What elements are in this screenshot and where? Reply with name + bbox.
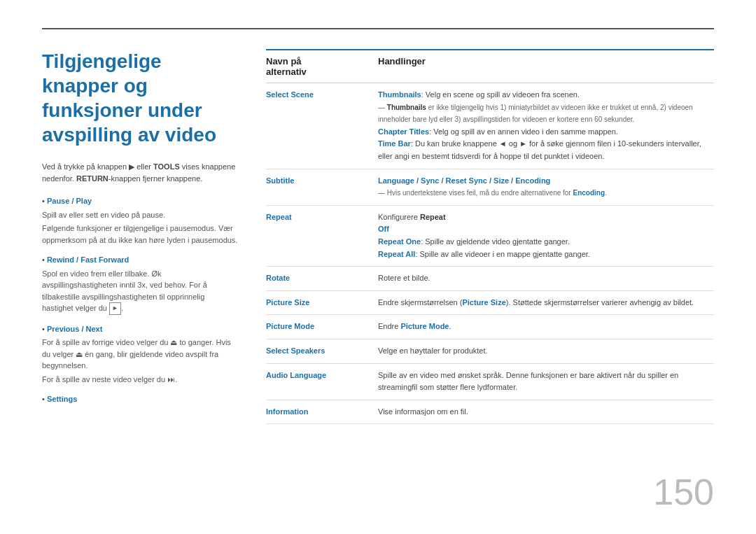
row-note: Hvis undertekstene vises feil, må du end… [378,189,607,197]
row-name-select-speakers: Select Speakers [266,345,378,358]
col-header-action: Handlinger [378,56,714,77]
row-name-repeat: Repeat [266,211,378,260]
page-number: 150 [653,471,714,513]
row-text: Velge en høyttaler for produktet. [378,346,488,355]
list-item: Settings [42,393,238,405]
row-name-rotate: Rotate [266,272,378,285]
row-content-select-scene: Thumbnails: Velg en scene og spill av vi… [378,89,714,163]
bullet-label-rewind: Rewind / Fast Forward [47,255,129,264]
bullet-label-settings: Settings [47,395,77,403]
intro-text: Ved å trykke på knappen ▶ eller TOOLS vi… [42,161,238,184]
row-text: Endre Picture Mode. [378,322,451,330]
bullet-desc-prev-next: For å spille av forrige video velger du … [42,337,238,372]
right-column: Navn påalternativ Handlinger Select Scen… [266,49,714,506]
bullet-desc-prev-next-2: For å spille av neste video velger du ⏭. [42,374,238,386]
page-container: Tilgjengelige knapper og funksjoner unde… [0,0,756,534]
table-row: Select Speakers Velge en høyttaler for p… [266,339,714,364]
row-name-subtitle: Subtitle [266,175,378,199]
table-row: Select Scene Thumbnails: Velg en scene o… [266,83,714,169]
table-row: Picture Size Endre skjermstørrelsen (Pic… [266,291,714,316]
table-row: Audio Language Spille av en video med øn… [266,364,714,400]
row-text: Endre skjermstørrelsen (Picture Size). S… [378,298,694,307]
bullet-list: Pause / Play Spill av eller sett en vide… [42,195,238,405]
bullet-desc-rewind: Spol en video frem eller tilbake. Øk avs… [42,268,238,315]
top-rule [42,28,714,29]
table-header: Navn påalternativ Handlinger [266,49,714,83]
row-text: Language / Sync / Reset Sync / Size / En… [378,176,550,185]
row-content-subtitle: Language / Sync / Reset Sync / Size / En… [378,175,714,199]
row-content-rotate: Rotere et bilde. [378,272,714,285]
bullet-label-prev-next: Previous / Next [47,325,102,333]
row-note: Thumbnails er ikke tilgjengelig hvis 1) … [378,104,693,124]
col-header-name: Navn påalternativ [266,56,378,77]
table-row: Repeat Konfigurere Repeat Off Repeat One… [266,206,714,267]
table-row: Picture Mode Endre Picture Mode. [266,315,714,339]
row-text: Rotere et bilde. [378,274,430,282]
table-row: Rotate Rotere et bilde. [266,267,714,291]
row-name-audio-language: Audio Language [266,370,378,394]
bullet-label-pause-play: Pause / Play [47,197,92,205]
row-text: Chapter Titles: Velg og spill av en anne… [378,127,618,136]
row-content-picture-mode: Endre Picture Mode. [378,321,714,333]
row-content-repeat: Konfigurere Repeat Off Repeat One: Spill… [378,211,714,260]
row-text: Repeat One: Spille av gjeldende video gj… [378,237,570,246]
content-area: Tilgjengelige knapper og funksjoner unde… [42,49,714,506]
page-title: Tilgjengelige knapper og funksjoner unde… [42,49,238,147]
row-content-select-speakers: Velge en høyttaler for produktet. [378,345,714,358]
row-content-audio-language: Spille av en video med ønsket språk. Den… [378,370,714,394]
play-icon: ► [109,302,121,315]
row-name-picture-mode: Picture Mode [266,321,378,333]
row-text: Off [378,225,389,233]
row-text: Spille av en video med ønsket språk. Den… [378,371,678,392]
row-text: Repeat All: Spille av alle videoer i en … [378,250,590,258]
bullet-desc-pause-play-2: Følgende funksjoner er tilgjengelige i p… [42,223,238,246]
row-content-picture-size: Endre skjermstørrelsen (Picture Size). S… [378,297,714,309]
row-name-select-scene: Select Scene [266,89,378,163]
list-item: Rewind / Fast Forward Spol en video frem… [42,254,238,315]
list-item: Previous / Next For å spille av forrige … [42,323,238,386]
bullet-desc-pause-play: Spill av eller sett en video på pause. [42,209,238,221]
left-column: Tilgjengelige knapper og funksjoner unde… [42,49,238,506]
row-text: Vise informasjon om en fil. [378,407,468,416]
list-item: Pause / Play Spill av eller sett en vide… [42,195,238,246]
row-text: Konfigurere Repeat [378,213,446,221]
row-content-information: Vise informasjon om en fil. [378,406,714,419]
row-text: Time Bar: Du kan bruke knappene ◄ og ► f… [378,139,701,160]
table-row: Information Vise informasjon om en fil. [266,400,714,425]
table-row: Subtitle Language / Sync / Reset Sync / … [266,169,714,206]
row-name-picture-size: Picture Size [266,297,378,309]
row-name-information: Information [266,406,378,419]
row-text: Thumbnails: Velg en scene og spill av vi… [378,90,580,99]
